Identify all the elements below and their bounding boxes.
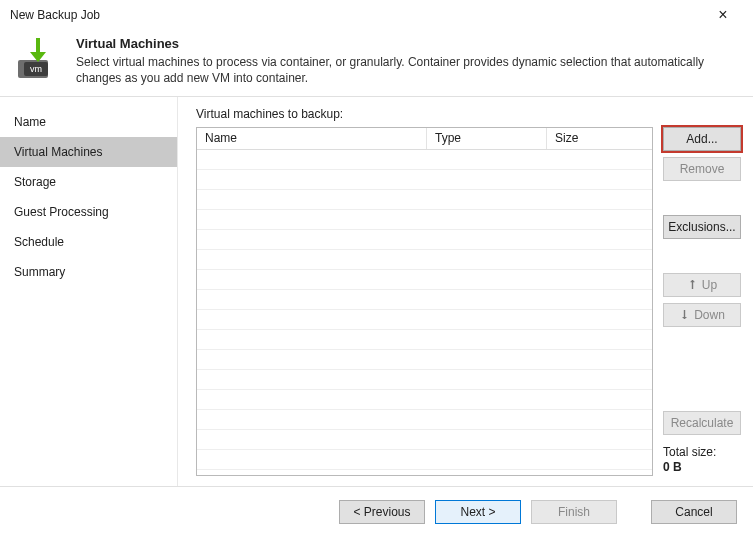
table-row	[197, 230, 652, 250]
table-row	[197, 270, 652, 290]
col-size[interactable]: Size	[547, 128, 652, 149]
wizard-steps: Name Virtual Machines Storage Guest Proc…	[0, 97, 178, 486]
wizard-header: vm Virtual Machines Select virtual machi…	[0, 30, 753, 97]
table-row	[197, 150, 652, 170]
exclusions-button[interactable]: Exclusions...	[663, 215, 741, 239]
vm-download-icon: vm	[14, 36, 62, 84]
step-storage[interactable]: Storage	[0, 167, 177, 197]
page-title: Virtual Machines	[76, 36, 716, 51]
remove-button: Remove	[663, 157, 741, 181]
title-bar: New Backup Job ×	[0, 0, 753, 30]
window-title: New Backup Job	[10, 8, 100, 22]
table-row	[197, 170, 652, 190]
table-row	[197, 250, 652, 270]
col-name[interactable]: Name	[197, 128, 427, 149]
previous-button[interactable]: < Previous	[339, 500, 425, 524]
total-size-label: Total size:	[663, 445, 741, 461]
table-row	[197, 430, 652, 450]
table-row	[197, 350, 652, 370]
add-button[interactable]: Add...	[663, 127, 741, 151]
table-row	[197, 210, 652, 230]
table-row	[197, 190, 652, 210]
recalculate-button: Recalculate	[663, 411, 741, 435]
wizard-footer: < Previous Next > Finish Cancel	[0, 486, 753, 536]
arrow-down-icon: 🠗	[679, 309, 690, 321]
finish-button: Finish	[531, 500, 617, 524]
table-row	[197, 450, 652, 470]
next-button[interactable]: Next >	[435, 500, 521, 524]
vm-list-label: Virtual machines to backup:	[196, 107, 741, 121]
cancel-button[interactable]: Cancel	[651, 500, 737, 524]
table-row	[197, 330, 652, 350]
step-summary[interactable]: Summary	[0, 257, 177, 287]
table-row	[197, 390, 652, 410]
up-button: 🠕 Up	[663, 273, 741, 297]
arrow-up-icon: 🠕	[687, 279, 698, 291]
down-label: Down	[694, 308, 725, 322]
down-button: 🠗 Down	[663, 303, 741, 327]
vm-grid[interactable]: Name Type Size	[196, 127, 653, 476]
total-size: Total size: 0 B	[663, 445, 741, 476]
step-schedule[interactable]: Schedule	[0, 227, 177, 257]
total-size-value: 0 B	[663, 460, 741, 476]
close-icon[interactable]: ×	[703, 7, 743, 23]
table-row	[197, 410, 652, 430]
svg-text:vm: vm	[30, 64, 42, 74]
action-panel: Add... Remove Exclusions... 🠕 Up 🠗 Down …	[663, 127, 741, 476]
col-type[interactable]: Type	[427, 128, 547, 149]
table-row	[197, 290, 652, 310]
table-row	[197, 310, 652, 330]
step-virtual-machines[interactable]: Virtual Machines	[0, 137, 177, 167]
table-row	[197, 370, 652, 390]
up-label: Up	[702, 278, 717, 292]
vm-grid-body[interactable]	[197, 150, 652, 475]
page-subtitle: Select virtual machines to process via c…	[76, 54, 716, 86]
step-guest-processing[interactable]: Guest Processing	[0, 197, 177, 227]
vm-grid-header: Name Type Size	[197, 128, 652, 150]
step-name[interactable]: Name	[0, 107, 177, 137]
